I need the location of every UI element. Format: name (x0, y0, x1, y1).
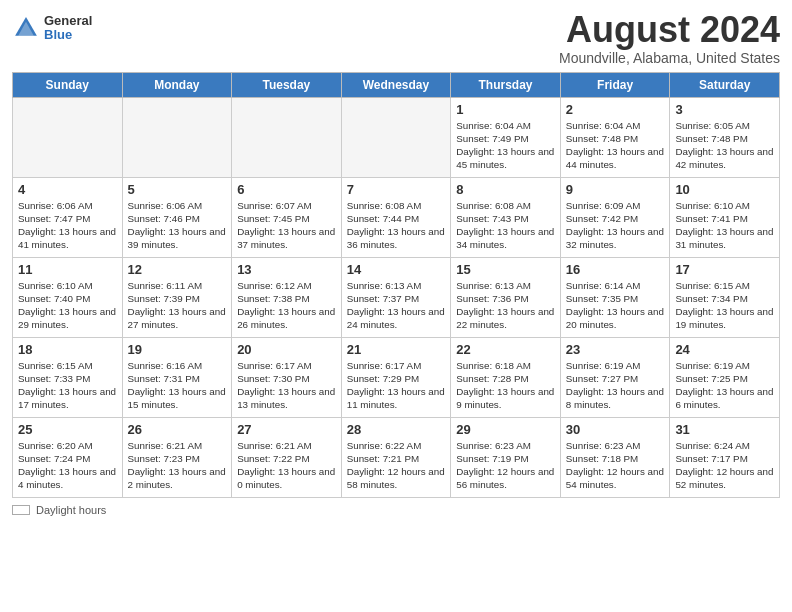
day-number: 14 (347, 262, 446, 277)
day-number: 26 (128, 422, 227, 437)
day-number: 18 (18, 342, 117, 357)
footer-note: Daylight hours (12, 504, 780, 516)
calendar-header: Sunday Monday Tuesday Wednesday Thursday… (13, 72, 780, 97)
day-info: Sunrise: 6:06 AM Sunset: 7:47 PM Dayligh… (18, 199, 117, 252)
calendar-cell: 2Sunrise: 6:04 AM Sunset: 7:48 PM Daylig… (560, 97, 670, 177)
calendar-cell: 12Sunrise: 6:11 AM Sunset: 7:39 PM Dayli… (122, 257, 232, 337)
footer-label: Daylight hours (36, 504, 106, 516)
calendar-week-3: 11Sunrise: 6:10 AM Sunset: 7:40 PM Dayli… (13, 257, 780, 337)
cell-content: 19Sunrise: 6:16 AM Sunset: 7:31 PM Dayli… (128, 342, 227, 412)
page: General Blue August 2024 Moundville, Ala… (0, 0, 792, 612)
day-info: Sunrise: 6:23 AM Sunset: 7:18 PM Dayligh… (566, 439, 665, 492)
calendar-cell: 5Sunrise: 6:06 AM Sunset: 7:46 PM Daylig… (122, 177, 232, 257)
cell-content: 23Sunrise: 6:19 AM Sunset: 7:27 PM Dayli… (566, 342, 665, 412)
calendar-cell: 15Sunrise: 6:13 AM Sunset: 7:36 PM Dayli… (451, 257, 561, 337)
cell-content: 22Sunrise: 6:18 AM Sunset: 7:28 PM Dayli… (456, 342, 555, 412)
calendar-cell: 19Sunrise: 6:16 AM Sunset: 7:31 PM Dayli… (122, 337, 232, 417)
day-number: 12 (128, 262, 227, 277)
day-info: Sunrise: 6:07 AM Sunset: 7:45 PM Dayligh… (237, 199, 336, 252)
day-number: 13 (237, 262, 336, 277)
cell-content: 15Sunrise: 6:13 AM Sunset: 7:36 PM Dayli… (456, 262, 555, 332)
day-number: 31 (675, 422, 774, 437)
day-number: 10 (675, 182, 774, 197)
day-info: Sunrise: 6:11 AM Sunset: 7:39 PM Dayligh… (128, 279, 227, 332)
day-number: 20 (237, 342, 336, 357)
day-number: 30 (566, 422, 665, 437)
cell-content: 17Sunrise: 6:15 AM Sunset: 7:34 PM Dayli… (675, 262, 774, 332)
month-title: August 2024 (559, 10, 780, 50)
footer-bar-icon (12, 505, 30, 515)
calendar-cell: 25Sunrise: 6:20 AM Sunset: 7:24 PM Dayli… (13, 417, 123, 497)
col-thursday: Thursday (451, 72, 561, 97)
cell-content: 14Sunrise: 6:13 AM Sunset: 7:37 PM Dayli… (347, 262, 446, 332)
calendar-week-4: 18Sunrise: 6:15 AM Sunset: 7:33 PM Dayli… (13, 337, 780, 417)
cell-content: 10Sunrise: 6:10 AM Sunset: 7:41 PM Dayli… (675, 182, 774, 252)
day-info: Sunrise: 6:13 AM Sunset: 7:37 PM Dayligh… (347, 279, 446, 332)
day-number: 29 (456, 422, 555, 437)
day-info: Sunrise: 6:21 AM Sunset: 7:23 PM Dayligh… (128, 439, 227, 492)
cell-content: 24Sunrise: 6:19 AM Sunset: 7:25 PM Dayli… (675, 342, 774, 412)
cell-content: 21Sunrise: 6:17 AM Sunset: 7:29 PM Dayli… (347, 342, 446, 412)
day-number: 28 (347, 422, 446, 437)
day-number: 22 (456, 342, 555, 357)
day-number: 5 (128, 182, 227, 197)
cell-content: 25Sunrise: 6:20 AM Sunset: 7:24 PM Dayli… (18, 422, 117, 492)
day-info: Sunrise: 6:08 AM Sunset: 7:44 PM Dayligh… (347, 199, 446, 252)
day-number: 16 (566, 262, 665, 277)
day-number: 6 (237, 182, 336, 197)
day-info: Sunrise: 6:24 AM Sunset: 7:17 PM Dayligh… (675, 439, 774, 492)
calendar-cell: 10Sunrise: 6:10 AM Sunset: 7:41 PM Dayli… (670, 177, 780, 257)
logo-text: General Blue (44, 14, 92, 43)
day-info: Sunrise: 6:16 AM Sunset: 7:31 PM Dayligh… (128, 359, 227, 412)
cell-content: 3Sunrise: 6:05 AM Sunset: 7:48 PM Daylig… (675, 102, 774, 172)
calendar-cell: 13Sunrise: 6:12 AM Sunset: 7:38 PM Dayli… (232, 257, 342, 337)
calendar-cell: 31Sunrise: 6:24 AM Sunset: 7:17 PM Dayli… (670, 417, 780, 497)
day-info: Sunrise: 6:22 AM Sunset: 7:21 PM Dayligh… (347, 439, 446, 492)
logo-blue-label: Blue (44, 28, 92, 42)
calendar-cell: 9Sunrise: 6:09 AM Sunset: 7:42 PM Daylig… (560, 177, 670, 257)
calendar-cell: 16Sunrise: 6:14 AM Sunset: 7:35 PM Dayli… (560, 257, 670, 337)
day-number: 2 (566, 102, 665, 117)
day-number: 9 (566, 182, 665, 197)
location-title: Moundville, Alabama, United States (559, 50, 780, 66)
day-info: Sunrise: 6:20 AM Sunset: 7:24 PM Dayligh… (18, 439, 117, 492)
calendar-cell (122, 97, 232, 177)
calendar-cell: 26Sunrise: 6:21 AM Sunset: 7:23 PM Dayli… (122, 417, 232, 497)
day-number: 24 (675, 342, 774, 357)
calendar-week-5: 25Sunrise: 6:20 AM Sunset: 7:24 PM Dayli… (13, 417, 780, 497)
cell-content: 18Sunrise: 6:15 AM Sunset: 7:33 PM Dayli… (18, 342, 117, 412)
day-info: Sunrise: 6:19 AM Sunset: 7:25 PM Dayligh… (675, 359, 774, 412)
calendar-cell: 29Sunrise: 6:23 AM Sunset: 7:19 PM Dayli… (451, 417, 561, 497)
calendar-cell: 11Sunrise: 6:10 AM Sunset: 7:40 PM Dayli… (13, 257, 123, 337)
calendar-week-1: 1Sunrise: 6:04 AM Sunset: 7:49 PM Daylig… (13, 97, 780, 177)
calendar-cell: 28Sunrise: 6:22 AM Sunset: 7:21 PM Dayli… (341, 417, 451, 497)
logo-general-label: General (44, 14, 92, 28)
col-tuesday: Tuesday (232, 72, 342, 97)
calendar-table: Sunday Monday Tuesday Wednesday Thursday… (12, 72, 780, 498)
cell-content: 16Sunrise: 6:14 AM Sunset: 7:35 PM Dayli… (566, 262, 665, 332)
day-info: Sunrise: 6:05 AM Sunset: 7:48 PM Dayligh… (675, 119, 774, 172)
day-info: Sunrise: 6:06 AM Sunset: 7:46 PM Dayligh… (128, 199, 227, 252)
day-number: 17 (675, 262, 774, 277)
cell-content: 9Sunrise: 6:09 AM Sunset: 7:42 PM Daylig… (566, 182, 665, 252)
cell-content: 12Sunrise: 6:11 AM Sunset: 7:39 PM Dayli… (128, 262, 227, 332)
calendar-cell: 4Sunrise: 6:06 AM Sunset: 7:47 PM Daylig… (13, 177, 123, 257)
day-number: 3 (675, 102, 774, 117)
logo: General Blue (12, 14, 92, 43)
calendar-cell (232, 97, 342, 177)
calendar-cell: 8Sunrise: 6:08 AM Sunset: 7:43 PM Daylig… (451, 177, 561, 257)
calendar-cell: 18Sunrise: 6:15 AM Sunset: 7:33 PM Dayli… (13, 337, 123, 417)
day-info: Sunrise: 6:14 AM Sunset: 7:35 PM Dayligh… (566, 279, 665, 332)
col-monday: Monday (122, 72, 232, 97)
day-info: Sunrise: 6:15 AM Sunset: 7:33 PM Dayligh… (18, 359, 117, 412)
day-number: 19 (128, 342, 227, 357)
cell-content: 7Sunrise: 6:08 AM Sunset: 7:44 PM Daylig… (347, 182, 446, 252)
logo-icon (12, 14, 40, 42)
day-number: 11 (18, 262, 117, 277)
day-info: Sunrise: 6:10 AM Sunset: 7:41 PM Dayligh… (675, 199, 774, 252)
cell-content: 27Sunrise: 6:21 AM Sunset: 7:22 PM Dayli… (237, 422, 336, 492)
calendar-cell: 7Sunrise: 6:08 AM Sunset: 7:44 PM Daylig… (341, 177, 451, 257)
header: General Blue August 2024 Moundville, Ala… (12, 10, 780, 66)
day-info: Sunrise: 6:12 AM Sunset: 7:38 PM Dayligh… (237, 279, 336, 332)
calendar-cell: 20Sunrise: 6:17 AM Sunset: 7:30 PM Dayli… (232, 337, 342, 417)
